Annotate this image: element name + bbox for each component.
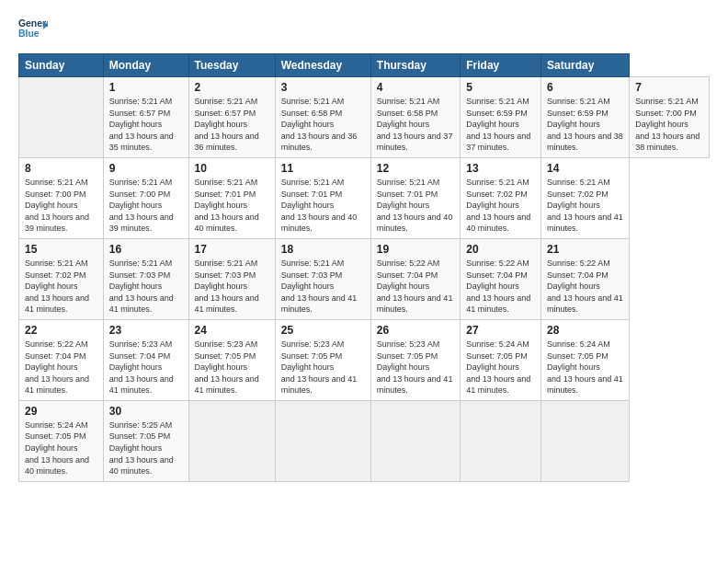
cell-week1-day7: 6 Sunrise: 5:21 AMSunset: 6:59 PMDayligh… [541,77,630,158]
col-header-sunday: Sunday [19,54,104,77]
day-number: 8 [25,162,97,175]
day-number: 23 [109,324,183,337]
week-row-3: 15 Sunrise: 5:21 AMSunset: 7:02 PMDaylig… [19,238,710,319]
cell-week2-day1: 8 Sunrise: 5:21 AMSunset: 7:00 PMDayligh… [19,157,104,238]
day-info: Sunrise: 5:21 AMSunset: 7:03 PMDaylight … [281,259,358,314]
cell-week2-day3: 10 Sunrise: 5:21 AMSunset: 7:01 PMDaylig… [188,157,275,238]
col-header-friday: Friday [461,54,541,77]
cell-week5-day2: 30 Sunrise: 5:25 AMSunset: 7:05 PMDaylig… [103,400,188,481]
cell-week4-day5: 26 Sunrise: 5:23 AMSunset: 7:05 PMDaylig… [370,319,460,400]
day-info: Sunrise: 5:21 AMSunset: 7:00 PMDaylight … [635,97,700,152]
day-info: Sunrise: 5:23 AMSunset: 7:05 PMDaylight … [377,339,453,395]
day-info: Sunrise: 5:21 AMSunset: 7:00 PMDaylight … [25,178,89,233]
logo-icon: General Blue [18,15,48,44]
day-number: 10 [195,162,269,175]
day-info: Sunrise: 5:23 AMSunset: 7:05 PMDaylight … [195,339,259,395]
cell-week3-day1: 15 Sunrise: 5:21 AMSunset: 7:02 PMDaylig… [19,238,104,319]
day-number: 30 [109,405,183,418]
day-info: Sunrise: 5:22 AMSunset: 7:04 PMDaylight … [547,259,623,314]
cell-week3-day4: 18 Sunrise: 5:21 AMSunset: 7:03 PMDaylig… [275,238,370,319]
cell-week4-day1: 22 Sunrise: 5:22 AMSunset: 7:04 PMDaylig… [19,319,104,400]
cell-week3-day7: 21 Sunrise: 5:22 AMSunset: 7:04 PMDaylig… [541,238,630,319]
cell-week3-day3: 17 Sunrise: 5:21 AMSunset: 7:03 PMDaylig… [188,238,275,319]
col-header-monday: Monday [103,54,188,77]
cell-week4-day3: 24 Sunrise: 5:23 AMSunset: 7:05 PMDaylig… [188,319,275,400]
day-number: 27 [466,324,535,337]
cell-week1-day4: 3 Sunrise: 5:21 AMSunset: 6:58 PMDayligh… [275,77,370,158]
cell-week2-day6: 13 Sunrise: 5:21 AMSunset: 7:02 PMDaylig… [461,157,541,238]
cell-week2-day2: 9 Sunrise: 5:21 AMSunset: 7:00 PMDayligh… [103,157,188,238]
cell-week2-day5: 12 Sunrise: 5:21 AMSunset: 7:01 PMDaylig… [370,157,460,238]
col-header-thursday: Thursday [370,54,460,77]
cell-week4-day2: 23 Sunrise: 5:23 AMSunset: 7:04 PMDaylig… [103,319,188,400]
day-number: 5 [466,81,535,94]
day-number: 12 [377,162,454,175]
cell-week1-day5: 4 Sunrise: 5:21 AMSunset: 6:58 PMDayligh… [370,77,460,158]
col-header-saturday: Saturday [541,54,630,77]
day-info: Sunrise: 5:22 AMSunset: 7:04 PMDaylight … [25,339,89,395]
calendar-table: SundayMondayTuesdayWednesdayThursdayFrid… [18,53,710,482]
day-info: Sunrise: 5:22 AMSunset: 7:04 PMDaylight … [466,259,530,314]
day-number: 17 [195,243,269,256]
day-info: Sunrise: 5:21 AMSunset: 6:57 PMDaylight … [109,97,174,152]
cell-week2-day7: 14 Sunrise: 5:21 AMSunset: 7:02 PMDaylig… [541,157,630,238]
cell-week5-day7 [541,400,630,481]
cell-week5-day6 [461,400,541,481]
cell-week1-day3: 2 Sunrise: 5:21 AMSunset: 6:57 PMDayligh… [188,77,275,158]
day-info: Sunrise: 5:21 AMSunset: 6:58 PMDaylight … [377,97,453,152]
day-number: 24 [195,324,269,337]
cell-week2-day4: 11 Sunrise: 5:21 AMSunset: 7:01 PMDaylig… [275,157,370,238]
day-number: 11 [281,162,365,175]
day-number: 20 [466,243,535,256]
day-info: Sunrise: 5:21 AMSunset: 7:01 PMDaylight … [195,178,259,233]
day-number: 6 [547,81,623,94]
day-info: Sunrise: 5:21 AMSunset: 6:59 PMDaylight … [547,97,623,152]
day-info: Sunrise: 5:23 AMSunset: 7:04 PMDaylight … [109,339,174,395]
cell-week1-day6: 5 Sunrise: 5:21 AMSunset: 6:59 PMDayligh… [461,77,541,158]
day-info: Sunrise: 5:21 AMSunset: 7:02 PMDaylight … [466,178,530,233]
logo: General Blue [18,15,48,44]
header: General Blue [18,15,710,44]
day-number: 29 [25,405,97,418]
cell-week5-day1: 29 Sunrise: 5:24 AMSunset: 7:05 PMDaylig… [19,400,104,481]
day-number: 18 [281,243,365,256]
day-number: 22 [25,324,97,337]
day-number: 2 [195,81,269,94]
cell-week5-day3 [188,400,275,481]
cell-week5-day5 [370,400,460,481]
week-row-4: 22 Sunrise: 5:22 AMSunset: 7:04 PMDaylig… [19,319,710,400]
day-info: Sunrise: 5:21 AMSunset: 6:57 PMDaylight … [195,97,259,152]
week-row-5: 29 Sunrise: 5:24 AMSunset: 7:05 PMDaylig… [19,400,710,481]
day-number: 21 [547,243,623,256]
cell-week4-day7: 28 Sunrise: 5:24 AMSunset: 7:05 PMDaylig… [541,319,630,400]
day-info: Sunrise: 5:23 AMSunset: 7:05 PMDaylight … [281,339,358,395]
day-info: Sunrise: 5:24 AMSunset: 7:05 PMDaylight … [547,339,623,395]
week-row-1: 1 Sunrise: 5:21 AMSunset: 6:57 PMDayligh… [19,77,710,158]
day-info: Sunrise: 5:25 AMSunset: 7:05 PMDaylight … [109,420,174,476]
day-info: Sunrise: 5:21 AMSunset: 7:03 PMDaylight … [109,259,174,314]
day-info: Sunrise: 5:24 AMSunset: 7:05 PMDaylight … [466,339,530,395]
cell-week1-day1 [19,77,104,158]
day-number: 4 [377,81,454,94]
cell-week1-day8: 7 Sunrise: 5:21 AMSunset: 7:00 PMDayligh… [630,77,710,158]
day-number: 16 [109,243,183,256]
day-number: 26 [377,324,454,337]
day-info: Sunrise: 5:21 AMSunset: 6:58 PMDaylight … [281,97,358,152]
day-info: Sunrise: 5:21 AMSunset: 7:01 PMDaylight … [377,178,453,233]
col-header-tuesday: Tuesday [188,54,275,77]
day-number: 13 [466,162,535,175]
day-number: 28 [547,324,623,337]
day-number: 3 [281,81,365,94]
header-row: SundayMondayTuesdayWednesdayThursdayFrid… [19,54,710,77]
cell-week3-day5: 19 Sunrise: 5:22 AMSunset: 7:04 PMDaylig… [370,238,460,319]
svg-text:Blue: Blue [18,29,40,39]
day-info: Sunrise: 5:21 AMSunset: 7:01 PMDaylight … [281,178,358,233]
day-info: Sunrise: 5:21 AMSunset: 7:02 PMDaylight … [547,178,623,233]
day-info: Sunrise: 5:21 AMSunset: 7:02 PMDaylight … [25,259,89,314]
day-info: Sunrise: 5:24 AMSunset: 7:05 PMDaylight … [25,420,89,476]
cell-week3-day6: 20 Sunrise: 5:22 AMSunset: 7:04 PMDaylig… [461,238,541,319]
day-number: 9 [109,162,183,175]
col-header-wednesday: Wednesday [275,54,370,77]
day-number: 7 [635,81,703,94]
day-number: 1 [109,81,183,94]
